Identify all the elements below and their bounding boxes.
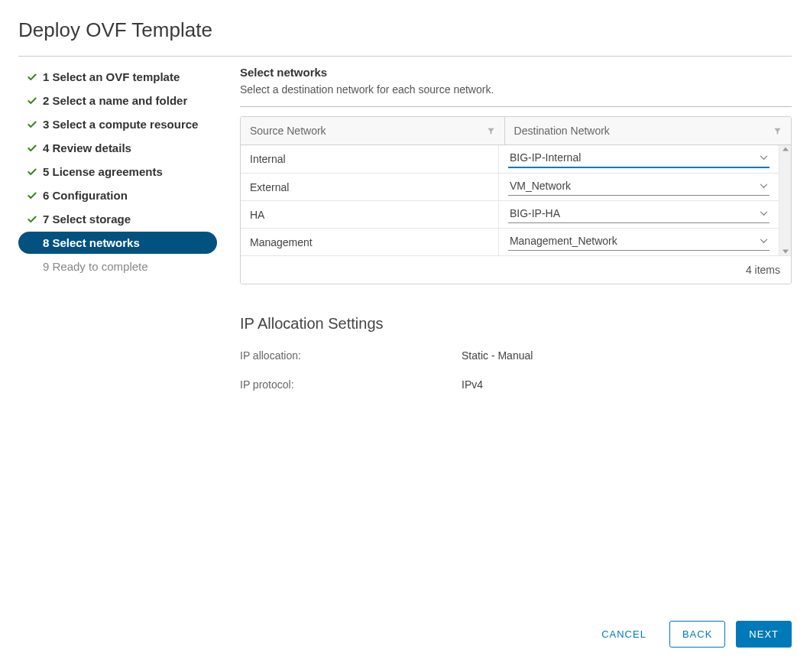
- select-value: VM_Network: [510, 180, 571, 192]
- wizard-step-2[interactable]: 2 Select a name and folder: [18, 89, 217, 112]
- source-network-cell: Management: [241, 229, 499, 255]
- content-panel: Select networks Select a destination net…: [240, 66, 792, 407]
- source-network-cell: HA: [241, 201, 499, 228]
- chevron-down-icon: [760, 239, 768, 244]
- ip-settings-heading: IP Allocation Settings: [240, 315, 792, 333]
- table-header: Source Network Destination Network: [241, 117, 791, 145]
- destination-network-cell: BIG-IP-Internal: [499, 145, 779, 173]
- column-header-destination: Destination Network: [505, 117, 791, 144]
- divider: [240, 106, 792, 107]
- destination-network-cell: Management_Network: [499, 229, 779, 255]
- table-item-count: 4 items: [746, 264, 780, 276]
- table-scrollbar[interactable]: [779, 145, 791, 255]
- ip-setting-row: IP protocol:IPv4: [240, 378, 792, 391]
- cancel-button[interactable]: CANCEL: [589, 622, 659, 647]
- destination-network-cell: BIG-IP-HA: [499, 201, 779, 228]
- destination-network-select[interactable]: BIG-IP-HA: [508, 206, 770, 223]
- step-label: 6 Configuration: [43, 189, 128, 202]
- networks-table: Source Network Destination Network Inter…: [240, 116, 792, 284]
- ip-setting-row: IP allocation:Static - Manual: [240, 349, 792, 362]
- filter-icon[interactable]: [773, 127, 782, 135]
- column-header-source: Source Network: [241, 117, 505, 144]
- ip-setting-label: IP protocol:: [240, 378, 462, 391]
- check-icon: [24, 119, 40, 130]
- table-row: ExternalVM_Network: [241, 174, 779, 201]
- step-label: 9 Ready to complete: [43, 260, 148, 273]
- panel-description: Select a destination network for each so…: [240, 83, 792, 96]
- table-row: ManagementManagement_Network: [241, 229, 779, 255]
- wizard-step-1[interactable]: 1 Select an OVF template: [18, 66, 217, 88]
- wizard-step-6[interactable]: 6 Configuration: [18, 184, 217, 206]
- select-value: BIG-IP-Internal: [510, 151, 581, 164]
- next-button[interactable]: NEXT: [736, 621, 792, 648]
- wizard-step-8[interactable]: 8 Select networks: [18, 232, 217, 254]
- select-value: BIG-IP-HA: [510, 207, 560, 219]
- column-label: Source Network: [250, 125, 326, 137]
- wizard-step-3[interactable]: 3 Select a compute resource: [18, 113, 217, 135]
- chevron-down-icon: [760, 155, 768, 161]
- step-label: 8 Select networks: [43, 236, 140, 249]
- ip-setting-value: Static - Manual: [462, 349, 533, 362]
- step-label: 3 Select a compute resource: [43, 118, 198, 131]
- wizard-step-7[interactable]: 7 Select storage: [18, 208, 217, 230]
- check-icon: [24, 72, 40, 83]
- table-row: InternalBIG-IP-Internal: [241, 145, 779, 174]
- check-icon: [24, 214, 40, 225]
- destination-network-select[interactable]: VM_Network: [508, 178, 770, 196]
- destination-network-cell: VM_Network: [499, 174, 779, 200]
- step-label: 2 Select a name and folder: [43, 94, 187, 107]
- ip-setting-label: IP allocation:: [240, 349, 462, 362]
- check-icon: [24, 143, 40, 154]
- chevron-down-icon: [760, 183, 768, 189]
- scroll-down-icon[interactable]: [779, 248, 791, 255]
- destination-network-select[interactable]: BIG-IP-Internal: [508, 150, 770, 168]
- check-icon: [24, 190, 40, 201]
- step-label: 1 Select an OVF template: [43, 70, 180, 83]
- chevron-down-icon: [760, 211, 768, 216]
- dialog-title: Deploy OVF Template: [18, 18, 792, 42]
- wizard-steps: 1 Select an OVF template2 Select a name …: [18, 66, 217, 407]
- step-label: 4 Review details: [43, 141, 131, 154]
- column-label: Destination Network: [514, 125, 610, 137]
- table-row: HABIG-IP-HA: [241, 201, 779, 229]
- check-icon: [24, 167, 40, 177]
- panel-title: Select networks: [240, 66, 792, 79]
- scroll-up-icon[interactable]: [779, 145, 791, 153]
- source-network-cell: External: [241, 174, 499, 200]
- select-value: Management_Network: [510, 235, 617, 247]
- back-button[interactable]: BACK: [669, 621, 725, 648]
- check-icon: [24, 96, 40, 106]
- step-label: 5 License agreements: [43, 165, 163, 178]
- step-label: 7 Select storage: [43, 213, 131, 226]
- destination-network-select[interactable]: Management_Network: [508, 233, 770, 251]
- wizard-step-4[interactable]: 4 Review details: [18, 137, 217, 159]
- footer-buttons: CANCEL BACK NEXT: [589, 621, 792, 648]
- wizard-step-5[interactable]: 5 License agreements: [18, 161, 217, 183]
- wizard-step-9: 9 Ready to complete: [18, 255, 217, 278]
- filter-icon[interactable]: [487, 127, 495, 135]
- divider: [18, 56, 792, 57]
- ip-setting-value: IPv4: [462, 378, 483, 391]
- source-network-cell: Internal: [241, 145, 499, 173]
- table-footer: 4 items: [241, 255, 791, 284]
